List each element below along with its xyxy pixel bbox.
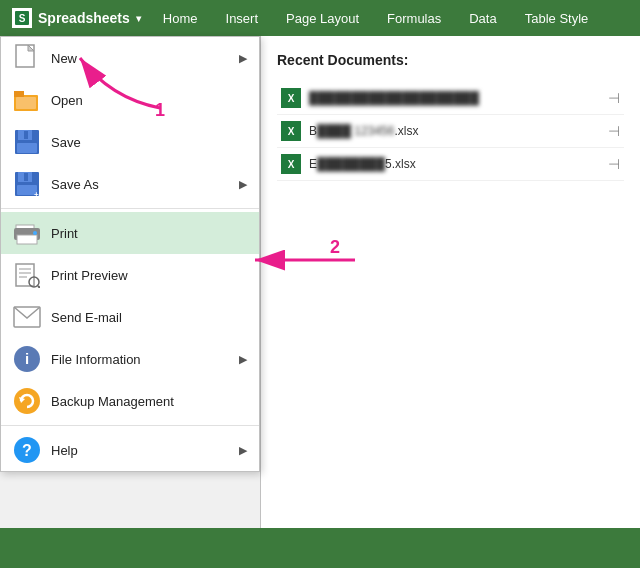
app-dropdown-arrow: ▾	[136, 13, 141, 24]
recent-filename-2: B████ 123456.xlsx	[309, 124, 600, 138]
menu-item-open-label: Open	[51, 93, 247, 108]
tab-home[interactable]: Home	[149, 0, 212, 36]
recent-panel: Recent Documents: X ████████████████████…	[260, 36, 640, 568]
svg-rect-18	[17, 235, 37, 244]
menu-tabs: Home Insert Page Layout Formulas Data Ta…	[149, 0, 602, 36]
backup-icon	[13, 387, 41, 415]
svg-rect-22	[19, 272, 31, 274]
help-icon: ?	[13, 436, 41, 464]
menu-item-open[interactable]: Open	[1, 79, 259, 121]
menu-item-print[interactable]: Print	[1, 212, 259, 254]
bottom-statusbar	[0, 528, 640, 568]
menu-item-backup[interactable]: Backup Management	[1, 380, 259, 422]
svg-rect-13	[24, 173, 28, 181]
svg-point-19	[33, 231, 37, 235]
menu-item-saveas[interactable]: + Save As ▶	[1, 163, 259, 205]
pin-icon-2[interactable]: ⊣	[608, 123, 620, 139]
svg-text:X: X	[288, 126, 295, 137]
dropdown-menu: New ▶ Open Save	[0, 36, 260, 472]
tab-insert[interactable]: Insert	[212, 0, 273, 36]
menu-item-help[interactable]: ? Help ▶	[1, 429, 259, 471]
svg-rect-10	[17, 143, 37, 153]
tab-formulas[interactable]: Formulas	[373, 0, 455, 36]
svg-rect-20	[16, 264, 34, 286]
recent-filename-3: E████████5.xlsx	[309, 157, 600, 171]
menu-item-save-label: Save	[51, 135, 247, 150]
svg-rect-23	[19, 276, 27, 278]
svg-rect-6	[16, 97, 36, 109]
separator-1	[1, 208, 259, 209]
svg-rect-5	[14, 91, 24, 97]
app-title-button[interactable]: S Spreadsheets ▾	[4, 0, 149, 36]
menu-item-fileinfo[interactable]: i File Information ▶	[1, 338, 259, 380]
excel-icon-2: X	[281, 121, 301, 141]
svg-text:S: S	[19, 13, 26, 24]
tab-pagelayout[interactable]: Page Layout	[272, 0, 373, 36]
menu-item-fileinfo-label: File Information	[51, 352, 229, 367]
menu-item-printpreview[interactable]: Print Preview	[1, 254, 259, 296]
svg-text:+: +	[34, 190, 39, 197]
excel-icon-1: X	[281, 88, 301, 108]
svg-line-25	[38, 286, 40, 288]
menu-item-help-label: Help	[51, 443, 229, 458]
help-submenu-arrow: ▶	[239, 444, 247, 457]
recent-title: Recent Documents:	[277, 52, 624, 68]
saveas-icon: +	[13, 170, 41, 198]
email-icon	[13, 303, 41, 331]
fileinfo-icon: i	[13, 345, 41, 373]
svg-text:X: X	[288, 159, 295, 170]
menu-item-new[interactable]: New ▶	[1, 37, 259, 79]
save-icon	[13, 128, 41, 156]
menu-item-print-label: Print	[51, 226, 247, 241]
excel-icon-3: X	[281, 154, 301, 174]
svg-rect-9	[24, 131, 28, 139]
svg-point-29	[14, 388, 40, 414]
svg-text:X: X	[288, 93, 295, 104]
tab-tablestyle[interactable]: Table Style	[511, 0, 603, 36]
menu-item-save[interactable]: Save	[1, 121, 259, 163]
saveas-submenu-arrow: ▶	[239, 178, 247, 191]
pin-icon-3[interactable]: ⊣	[608, 156, 620, 172]
new-icon	[13, 44, 41, 72]
svg-text:?: ?	[22, 442, 32, 459]
pin-icon-1[interactable]: ⊣	[608, 90, 620, 106]
app-icon: S	[12, 8, 32, 28]
open-icon	[13, 86, 41, 114]
menu-item-backup-label: Backup Management	[51, 394, 247, 409]
printpreview-icon	[13, 261, 41, 289]
new-submenu-arrow: ▶	[239, 52, 247, 65]
print-icon	[13, 219, 41, 247]
svg-text:i: i	[25, 350, 29, 367]
menu-bar: S Spreadsheets ▾ Home Insert Page Layout…	[0, 0, 640, 36]
recent-item-3[interactable]: X E████████5.xlsx ⊣	[277, 148, 624, 181]
fileinfo-submenu-arrow: ▶	[239, 353, 247, 366]
menu-item-email[interactable]: Send E-mail	[1, 296, 259, 338]
svg-rect-21	[19, 268, 31, 270]
menu-item-printpreview-label: Print Preview	[51, 268, 247, 283]
recent-item-2[interactable]: X B████ 123456.xlsx ⊣	[277, 115, 624, 148]
menu-item-email-label: Send E-mail	[51, 310, 247, 325]
app-title-text: Spreadsheets	[38, 10, 130, 26]
separator-2	[1, 425, 259, 426]
tab-data[interactable]: Data	[455, 0, 510, 36]
menu-item-saveas-label: Save As	[51, 177, 229, 192]
recent-item-1[interactable]: X ████████████████████ ⊣	[277, 82, 624, 115]
menu-item-new-label: New	[51, 51, 229, 66]
recent-filename-1: ████████████████████	[309, 91, 600, 105]
